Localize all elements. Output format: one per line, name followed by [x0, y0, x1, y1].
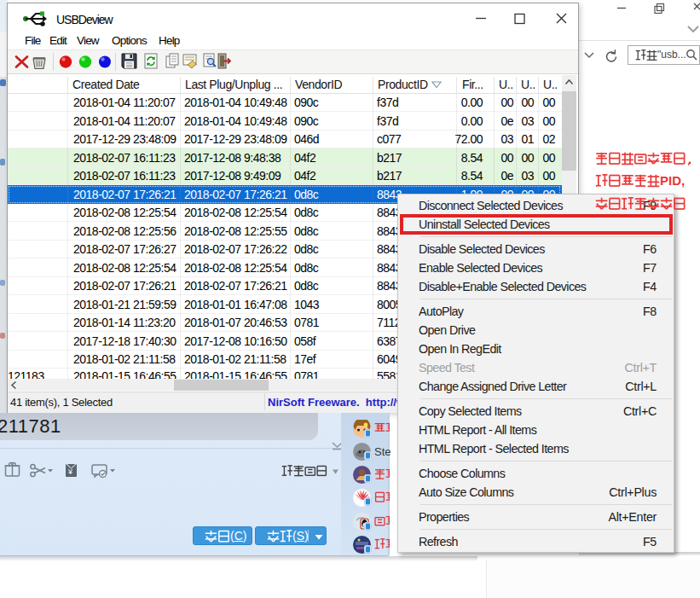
svg-text:¥: ¥ [67, 467, 73, 476]
